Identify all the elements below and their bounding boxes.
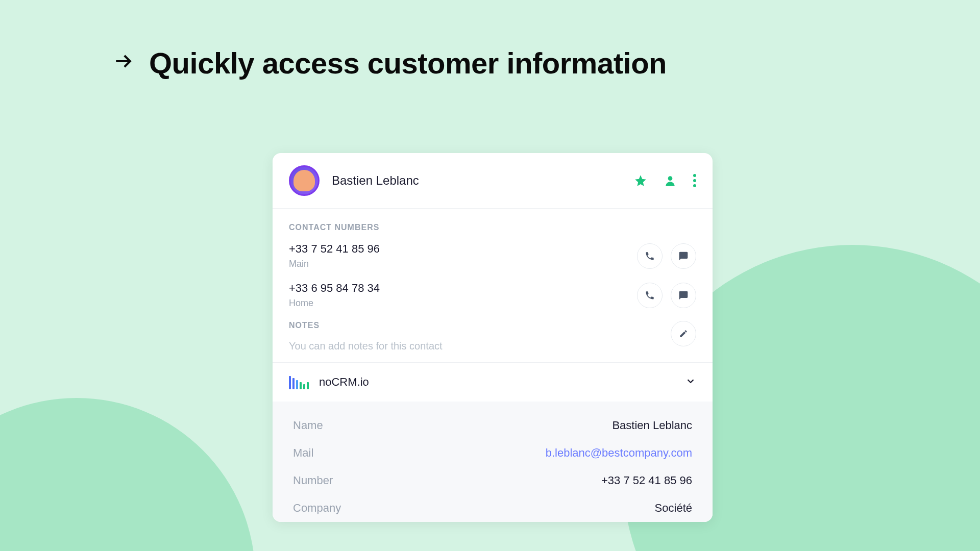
message-icon [678,251,689,261]
call-button-main[interactable] [637,243,663,269]
crm-details: Name Bastien Leblanc Mail b.leblanc@best… [273,402,713,522]
notes-section: NOTES You can add notes for this contact [289,321,696,352]
star-icon[interactable] [634,174,647,187]
svg-point-1 [668,176,673,181]
nocrm-logo-icon [289,375,309,389]
card-header: Bastien Leblanc [273,153,713,209]
message-icon [678,290,689,300]
chevron-down-icon [685,375,696,389]
detail-row-company: Company Société [293,494,692,522]
detail-value-name: Bastien Leblanc [612,419,692,432]
detail-label-company: Company [293,502,341,515]
edit-notes-button[interactable] [671,321,696,346]
call-button-home[interactable] [637,283,663,308]
background-blob-left [0,398,255,551]
avatar[interactable] [289,165,320,196]
notes-label: NOTES [289,321,443,330]
phone-icon [645,251,655,261]
arrow-right-icon [112,48,135,79]
person-icon[interactable] [664,174,677,187]
more-icon[interactable] [693,174,696,187]
message-button-main[interactable] [671,243,696,269]
detail-value-mail[interactable]: b.leblanc@bestcompany.com [546,446,692,460]
detail-row-number: Number +33 7 52 41 85 96 [293,467,692,494]
detail-label-name: Name [293,419,323,432]
contact-card: Bastien Leblanc CONTACT NUMBERS +33 7 52… [273,153,713,522]
phone-row-home: +33 6 95 84 78 34 Home [289,282,696,309]
phone-row-main: +33 7 52 41 85 96 Main [289,242,696,269]
phone-label-main: Main [289,259,380,269]
detail-value-company: Société [655,502,692,515]
detail-row-name: Name Bastien Leblanc [293,412,692,439]
detail-row-mail: Mail b.leblanc@bestcompany.com [293,439,692,467]
phone-number-home: +33 6 95 84 78 34 [289,282,380,295]
heading-text: Quickly access customer information [149,46,667,80]
detail-label-mail: Mail [293,446,313,460]
card-body: CONTACT NUMBERS +33 7 52 41 85 96 Main [273,209,713,362]
notes-placeholder[interactable]: You can add notes for this contact [289,340,443,352]
phone-number-main: +33 7 52 41 85 96 [289,242,380,256]
detail-value-number: +33 7 52 41 85 96 [601,474,692,487]
crm-accordion[interactable]: noCRM.io [273,362,713,402]
message-button-home[interactable] [671,283,696,308]
phone-icon [645,290,655,300]
phone-label-home: Home [289,298,380,309]
header-actions [634,174,696,187]
detail-label-number: Number [293,474,333,487]
contact-name: Bastien Leblanc [332,173,634,188]
contact-numbers-label: CONTACT NUMBERS [289,223,696,232]
crm-name: noCRM.io [319,375,369,389]
pencil-icon [679,329,688,338]
page-heading: Quickly access customer information [112,46,667,80]
